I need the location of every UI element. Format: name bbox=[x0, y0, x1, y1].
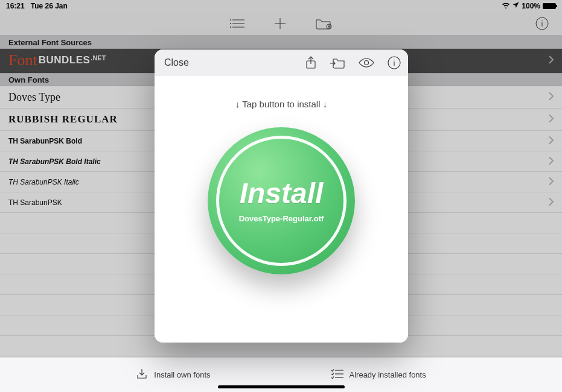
svg-point-20 bbox=[394, 60, 394, 60]
install-hint: ↓ Tap button to install ↓ bbox=[235, 99, 327, 109]
install-font-modal: Close ↓ Tap button to install ↓ Install bbox=[155, 49, 408, 343]
install-own-fonts-label: Install own fonts bbox=[154, 370, 210, 379]
install-font-button[interactable]: Install DovesType-Regular.otf bbox=[208, 127, 355, 274]
install-button-title: Install bbox=[240, 179, 324, 208]
already-installed-button[interactable]: Already installed fonts bbox=[331, 368, 426, 381]
home-indicator[interactable] bbox=[218, 385, 345, 388]
import-folder-icon[interactable] bbox=[330, 57, 345, 69]
modal-toolbar: Close bbox=[155, 49, 408, 76]
already-installed-label: Already installed fonts bbox=[350, 370, 426, 379]
checklist-icon bbox=[331, 368, 343, 381]
share-icon[interactable] bbox=[305, 56, 316, 69]
svg-point-18 bbox=[365, 61, 369, 65]
download-icon bbox=[136, 368, 148, 382]
install-own-fonts-button[interactable]: Install own fonts bbox=[136, 368, 210, 382]
bottom-toolbar: Install own fonts Already installed font… bbox=[0, 357, 562, 392]
close-button[interactable]: Close bbox=[164, 57, 189, 68]
install-button-filename: DovesType-Regular.otf bbox=[239, 214, 324, 223]
modal-info-icon[interactable] bbox=[388, 56, 401, 69]
preview-eye-icon[interactable] bbox=[359, 58, 374, 68]
